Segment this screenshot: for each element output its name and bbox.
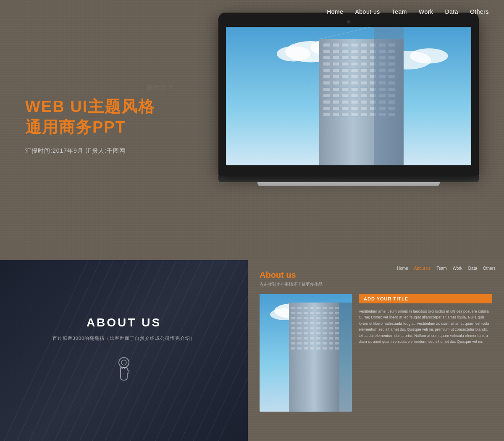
svg-rect-40	[333, 69, 339, 72]
svg-rect-11	[360, 43, 367, 47]
svg-rect-79	[323, 100, 330, 104]
svg-rect-158	[316, 322, 320, 324]
svg-rect-192	[329, 342, 333, 344]
svg-point-123	[119, 357, 129, 368]
svg-rect-151	[323, 317, 327, 319]
svg-rect-97	[342, 113, 349, 116]
svg-rect-41	[342, 69, 349, 72]
laptop-base	[218, 176, 479, 182]
svg-rect-26	[351, 56, 358, 59]
svg-rect-175	[323, 332, 327, 334]
svg-rect-171	[297, 332, 302, 334]
svg-rect-42	[351, 69, 358, 72]
svg-rect-57	[342, 81, 349, 85]
hero-title: WEB UI主题风格 通用商务PPT	[25, 97, 155, 138]
svg-rect-201	[335, 347, 339, 350]
svg-rect-161	[335, 322, 339, 324]
svg-rect-170	[291, 332, 295, 334]
svg-rect-19	[360, 50, 367, 53]
hero-slide: Home About us Team Work Data Others WEB …	[0, 0, 504, 260]
svg-rect-18	[351, 50, 358, 53]
svg-rect-133	[310, 307, 314, 309]
svg-rect-16	[333, 50, 339, 53]
svg-rect-81	[342, 100, 349, 104]
svg-rect-191	[323, 342, 327, 344]
svg-rect-67	[360, 88, 367, 91]
svg-rect-173	[310, 332, 314, 334]
svg-rect-159	[323, 322, 327, 324]
laptop-foot	[257, 182, 440, 186]
laptop-screen	[226, 27, 471, 165]
svg-rect-182	[316, 337, 320, 339]
svg-rect-48	[333, 75, 339, 78]
hero-text-block: WEB UI主题风格 通用商务PPT 汇报时间:2017年9月 汇报人:千图网	[25, 97, 155, 155]
right-panel-slide: Home About us Team Work Data Others Abou…	[248, 260, 504, 441]
svg-rect-185	[335, 337, 339, 339]
svg-rect-27	[360, 56, 367, 59]
svg-rect-83	[360, 100, 367, 104]
nav-others[interactable]: Others	[470, 8, 489, 15]
svg-rect-196	[304, 347, 308, 350]
nav-home[interactable]: Home	[327, 8, 343, 15]
svg-rect-152	[329, 317, 333, 319]
svg-rect-15	[323, 50, 330, 53]
svg-rect-149	[310, 317, 314, 319]
svg-rect-194	[291, 347, 295, 350]
svg-rect-99	[360, 113, 367, 116]
svg-rect-96	[333, 113, 339, 116]
content-text-column: ADD YOUR TITLE Vestibulum ante ipsum pri…	[359, 294, 492, 428]
body-text: Vestibulum ante ipsum primis in faucibus…	[359, 308, 492, 344]
svg-rect-132	[304, 307, 308, 309]
svg-rect-51	[360, 75, 367, 78]
about-dark-content: ABOUT US 百过原帝3000的翻翻精（比室世而于自然介绍成公司惜完介绍）	[52, 316, 195, 385]
svg-rect-75	[360, 94, 367, 97]
right-panel-title: About us	[260, 270, 492, 280]
svg-rect-189	[310, 342, 314, 344]
svg-rect-198	[316, 347, 320, 350]
svg-rect-190	[316, 342, 320, 344]
svg-rect-154	[291, 322, 295, 324]
nav-team[interactable]: Team	[392, 8, 407, 15]
content-building-svg	[260, 294, 352, 412]
svg-rect-148	[304, 317, 308, 319]
svg-rect-47	[323, 75, 330, 78]
svg-rect-135	[323, 307, 327, 309]
svg-rect-34	[351, 62, 358, 65]
svg-rect-166	[316, 327, 320, 329]
nav-work[interactable]: Work	[419, 8, 433, 15]
right-panel-sub: 点击收到小小事情还了解更多作品	[260, 282, 492, 287]
svg-rect-17	[342, 50, 349, 53]
svg-rect-187	[297, 342, 302, 344]
svg-rect-176	[329, 332, 333, 334]
about-dark-slide: ABOUT US 百过原帝3000的翻翻精（比室世而于自然介绍成公司惜完介绍）	[0, 260, 248, 441]
svg-rect-137	[335, 307, 339, 309]
hero-subtitle: 汇报时间:2017年9月 汇报人:千图网	[25, 147, 155, 155]
svg-rect-25	[342, 56, 349, 59]
svg-rect-165	[310, 327, 314, 329]
watermark-1: 图行天下	[147, 84, 174, 91]
svg-rect-73	[342, 94, 349, 97]
nav-about[interactable]: About us	[355, 8, 380, 15]
about-dark-title: ABOUT US	[52, 316, 195, 329]
svg-rect-199	[323, 347, 327, 350]
svg-rect-184	[329, 337, 333, 339]
svg-rect-139	[297, 312, 302, 314]
svg-rect-9	[342, 43, 349, 47]
nav-data[interactable]: Data	[445, 8, 458, 15]
svg-rect-172	[304, 332, 308, 334]
svg-rect-50	[351, 75, 358, 78]
svg-rect-144	[329, 312, 333, 314]
svg-rect-146	[291, 317, 295, 319]
svg-rect-163	[297, 327, 302, 329]
svg-rect-181	[310, 337, 314, 339]
svg-rect-91	[360, 107, 367, 110]
svg-rect-145	[335, 312, 339, 314]
svg-rect-141	[310, 312, 314, 314]
svg-rect-153	[335, 317, 339, 319]
laptop-mockup	[218, 13, 479, 189]
content-columns: ADD YOUR TITLE Vestibulum ante ipsum pri…	[260, 294, 492, 428]
svg-rect-179	[297, 337, 302, 339]
svg-rect-143	[323, 312, 327, 314]
svg-rect-39	[323, 69, 330, 72]
svg-rect-95	[323, 113, 330, 116]
